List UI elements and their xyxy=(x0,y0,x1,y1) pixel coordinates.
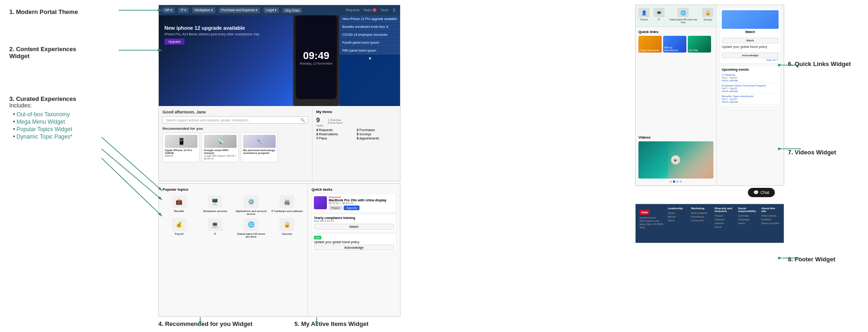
icon-it[interactable]: 💻 IT xyxy=(653,8,665,24)
rs-right: Watch Watch Update your global travel po… xyxy=(717,5,784,186)
upgrade-button[interactable]: Upgrade xyxy=(164,39,184,45)
videos-section: Videos ▶ xyxy=(636,133,716,186)
right-screenshots: 👤 Pursuit 💻 IT 🌐 Global talent HR lorem … xyxy=(635,5,784,327)
topic-security[interactable]: 🔒 Security xyxy=(271,218,304,238)
event-3: Benefits Open enrollment Feb 1 - Aug 30 … xyxy=(722,94,779,105)
my-items-header: 9 Tasks 1 Overdue 8 Due Soon xyxy=(316,116,396,127)
watch-label: Watch xyxy=(722,30,779,33)
topic-global[interactable]: 🌐 Global talent HR lorem two lines xyxy=(235,218,268,238)
tasks-label: Tasks xyxy=(316,124,323,127)
apps-icon: ⚙️ xyxy=(244,195,258,208)
quick-links-section: Quick links Create Reservation Walk-up A… xyxy=(636,27,716,133)
nav-workplace[interactable]: Workplace ▾ xyxy=(192,7,215,13)
quick-tasks-title: Quick tasks xyxy=(312,187,396,192)
nav-legal[interactable]: Legal ▾ xyxy=(264,7,279,13)
portal-search[interactable]: Search support articles and requests, pe… xyxy=(163,116,308,124)
sub-list: Out-of-box Taxonomy Mega Menu Widget Pop… xyxy=(13,111,76,140)
upcoming-events: Upcoming events IT Webinar Feb 1 - Aug 3… xyxy=(719,66,781,107)
global-rs-icon: 🌐 xyxy=(678,8,689,17)
announcement-4[interactable]: Fourth panel lorem ipsum xyxy=(339,39,400,46)
nav-user[interactable]: 👤 xyxy=(392,8,396,12)
footer-content: now servicenow.com 2225 Lawson Lane Sant… xyxy=(636,204,784,243)
hardware-icon: 🖨️ xyxy=(279,195,294,208)
chat-button[interactable]: 💬 Chat xyxy=(748,188,775,197)
label-3: 3. Curated Experiences Includes: Out-of-… xyxy=(9,95,76,140)
topic-payroll[interactable]: 💰 Payroll xyxy=(163,218,196,238)
dot-4[interactable] xyxy=(679,180,682,183)
announcement-1[interactable]: New iPhone 12 Pro upgrade available xyxy=(339,15,400,23)
icon-security[interactable]: 🔒 Security xyxy=(702,8,713,24)
icon-payroll[interactable]: 👤 Pursuit xyxy=(638,8,650,24)
event-2: Employee Stock Purchase Program Feb 1 - … xyxy=(722,83,779,94)
acknowledge-button[interactable]: Acknowledge xyxy=(314,245,394,251)
chat-icon: 💬 xyxy=(753,190,759,195)
topic-workplace[interactable]: 🖥️ Workplace services xyxy=(198,195,231,215)
video-thumbnail[interactable]: ▶ xyxy=(638,141,713,179)
topic-it[interactable]: 💻 IT xyxy=(198,218,231,238)
label-8: 8. Footer Widget xyxy=(788,256,835,263)
nav-requests[interactable]: Requests xyxy=(346,8,359,12)
label-2: 2. Content Experiences Widget xyxy=(9,46,88,60)
dot-2[interactable] xyxy=(673,180,675,183)
recommended-title: Recommended for you xyxy=(163,126,308,131)
ql-walkup[interactable]: Walk-up Appointments xyxy=(663,36,686,53)
chevron-down-icon[interactable]: ▾ xyxy=(339,55,400,62)
acknowledge-btn-small[interactable]: Acknowledge xyxy=(722,53,779,58)
overdue-text: 1 Overdue 8 Due Soon xyxy=(328,119,343,124)
footer-bottom-bar: Terms and conditions Privacy policy © 20… xyxy=(636,243,784,243)
travel-item: New Update your global travel policy Ack… xyxy=(312,233,396,253)
portal-lower: Good afternoon, Jane Search support arti… xyxy=(159,106,400,181)
topic-apps[interactable]: ⚙️ Applications and account access xyxy=(235,195,268,215)
security-rs-icon: 🔒 xyxy=(702,8,713,17)
nav-tasks[interactable]: Tasks 🔴 xyxy=(363,8,377,12)
view-all-link[interactable]: View all ↗ xyxy=(722,58,779,61)
topic-hardware[interactable]: 🖨️ IT hardware and software xyxy=(271,195,304,215)
quick-links-title: Quick links xyxy=(638,30,713,34)
card-3[interactable]: 🔧 My personal technology assistance prog… xyxy=(241,133,278,162)
task-info: Required MacBook Pro 15in with retina di… xyxy=(329,196,387,210)
label-1: 1. Modern Portal Theme xyxy=(9,8,78,15)
nav-purchase[interactable]: Purchase and Expense ▾ xyxy=(219,7,260,13)
nav-it[interactable]: IT ▾ xyxy=(178,7,189,13)
tasks-count: 9 xyxy=(316,116,320,124)
reject-button[interactable]: Reject xyxy=(329,206,342,210)
footer-screenshot: now servicenow.com 2225 Lawson Lane Sant… xyxy=(635,204,784,243)
card-2[interactable]: 📡 Google smart WiFi hotspot Google WiFi … xyxy=(202,133,239,162)
card-1[interactable]: 📱 Apple iPhone 12 Pro 128GB $999.00 xyxy=(163,133,200,162)
workplace-icon: 🖥️ xyxy=(208,195,223,208)
icon-global[interactable]: 🌐 Global talent HR lorem two lines xyxy=(668,8,698,24)
card-1-image: 📱 xyxy=(165,135,197,148)
bullet-mega-menu: Mega Menu Widget xyxy=(13,118,76,126)
nav-tours[interactable]: Tours xyxy=(380,8,388,12)
video-person xyxy=(668,141,713,179)
footer-address: servicenow.com 2225 Lawson Lane Santa Cl… xyxy=(639,216,663,229)
my-items-grid: 4 Requests 2 Purchases 3 Reservations 5 … xyxy=(316,128,396,140)
ql-reservation[interactable]: Create Reservation xyxy=(638,36,662,53)
ql-gethelp[interactable]: Get Help xyxy=(688,36,711,53)
label-4: 4. Recommended for you Widget xyxy=(158,320,252,327)
watch-section: Watch Watch Update your global travel po… xyxy=(719,8,781,64)
topic-benefits[interactable]: 💼 Benefits xyxy=(163,195,196,215)
nav-org[interactable]: Org Chart xyxy=(283,8,302,13)
announcement-5[interactable]: Fifth panel lorem ipsum xyxy=(339,47,400,54)
watch-btn-small[interactable]: Watch xyxy=(722,38,779,43)
video-dots xyxy=(638,180,713,183)
approve-button[interactable]: Approve xyxy=(344,206,359,210)
videos-title: Videos xyxy=(638,135,713,139)
dot-1[interactable] xyxy=(670,180,672,183)
portal-right: My items 9 Tasks 1 Overdue 8 Due Soon 4 … xyxy=(312,106,400,181)
portal-nav: HR ▾ IT ▾ Workplace ▾ Purchase and Expen… xyxy=(159,5,400,15)
announcement-2[interactable]: Benefits enrollment ends Nov. 8 xyxy=(339,23,400,31)
dot-3[interactable] xyxy=(676,180,678,183)
footer-col-diversity: Diversity and inclusion Projects Employe… xyxy=(715,207,733,240)
left-panel: 1. Modern Portal Theme 2. Content Experi… xyxy=(9,5,140,327)
footer-logo: now xyxy=(639,210,650,215)
quick-tasks-section: Quick tasks Required MacBook Pro 15in wi… xyxy=(308,184,400,316)
announcement-3[interactable]: COVID-19 employee resources xyxy=(339,31,400,39)
watch-button[interactable]: Watch xyxy=(314,224,394,230)
portal-left: Good afternoon, Jane Search support arti… xyxy=(159,106,312,181)
main-container: 1. Modern Portal Theme 2. Content Experi… xyxy=(0,0,868,332)
hero-phone: 09:49 Monday, 13 November xyxy=(293,15,339,106)
bullet-taxonomy: Out-of-box Taxonomy xyxy=(13,111,76,118)
nav-hr[interactable]: HR ▾ xyxy=(163,7,175,13)
